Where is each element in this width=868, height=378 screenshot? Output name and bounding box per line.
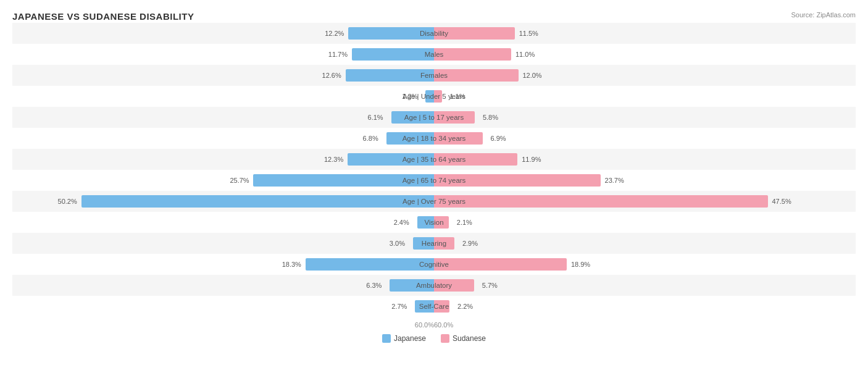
axis-right-label: 60.0% bbox=[434, 321, 453, 329]
left-value: 6.1% bbox=[368, 114, 383, 121]
bar-left-section: 6.3% bbox=[12, 275, 434, 296]
bar-row: 12.2%11.5%Disability bbox=[12, 23, 856, 44]
legend-japanese: Japanese bbox=[382, 334, 426, 343]
bar-right-section: 2.1% bbox=[434, 212, 856, 233]
right-value: 47.5% bbox=[772, 198, 791, 205]
bar-right-section: 1.1% bbox=[434, 86, 856, 107]
right-bar: 2.1% bbox=[434, 216, 449, 229]
bar-row: 12.6%12.0%Females bbox=[12, 65, 856, 86]
bar-left-section: 18.3% bbox=[12, 254, 434, 275]
left-bar: 12.6% bbox=[346, 69, 434, 82]
legend-sudanese-label: Sudanese bbox=[453, 334, 486, 343]
left-value: 2.4% bbox=[394, 219, 409, 226]
left-bar: 1.2% bbox=[425, 90, 434, 103]
left-bar: 50.2% bbox=[81, 195, 434, 208]
right-bar: 23.7% bbox=[434, 174, 601, 187]
bar-row: 18.3%18.9%Cognitive bbox=[12, 254, 856, 275]
bar-row: 3.0%2.9%Hearing bbox=[12, 233, 856, 254]
bar-row: 2.7%2.2%Self-Care bbox=[12, 296, 856, 317]
left-bar: 18.3% bbox=[306, 258, 434, 271]
bar-row: 12.3%11.9%Age | 35 to 64 years bbox=[12, 149, 856, 170]
bar-row: 50.2%47.5%Age | Over 75 years bbox=[12, 191, 856, 212]
right-value: 12.0% bbox=[522, 72, 541, 79]
right-value: 2.2% bbox=[457, 303, 473, 310]
bar-left-section: 2.4% bbox=[12, 212, 434, 233]
right-value: 11.5% bbox=[519, 30, 538, 37]
bar-right-section: 5.7% bbox=[434, 275, 856, 296]
left-value: 6.3% bbox=[366, 282, 382, 289]
bar-row: 6.8%6.9%Age | 18 to 34 years bbox=[12, 128, 856, 149]
bar-left-section: 12.6% bbox=[12, 65, 434, 86]
left-value: 12.2% bbox=[325, 30, 344, 37]
bar-right-section: 11.5% bbox=[434, 23, 856, 44]
bar-right-section: 47.5% bbox=[434, 191, 856, 212]
right-bar: 11.9% bbox=[434, 153, 517, 166]
right-value: 11.0% bbox=[515, 51, 535, 58]
bar-right-section: 18.9% bbox=[434, 254, 856, 275]
bar-left-section: 2.7% bbox=[12, 296, 434, 317]
left-value: 6.8% bbox=[363, 135, 378, 142]
bar-right-section: 11.0% bbox=[434, 44, 856, 65]
bar-right-section: 11.9% bbox=[434, 149, 856, 170]
left-bar: 11.7% bbox=[352, 48, 434, 61]
right-value: 2.9% bbox=[462, 240, 478, 247]
right-value: 6.9% bbox=[490, 135, 506, 142]
right-bar: 12.0% bbox=[434, 69, 519, 82]
bar-left-section: 6.1% bbox=[12, 107, 434, 128]
left-bar: 3.0% bbox=[413, 237, 434, 250]
bar-left-section: 6.8% bbox=[12, 128, 434, 149]
axis-row: 60.0% 60.0% bbox=[12, 318, 856, 332]
left-bar: 12.3% bbox=[348, 153, 434, 166]
legend-japanese-box bbox=[382, 334, 391, 343]
right-value: 23.7% bbox=[605, 177, 624, 184]
chart-title: JAPANESE VS SUDANESE DISABILITY bbox=[12, 11, 194, 22]
right-bar: 2.9% bbox=[434, 237, 454, 250]
right-bar: 11.5% bbox=[434, 27, 515, 40]
right-bar: 6.9% bbox=[434, 132, 483, 145]
right-value: 1.1% bbox=[449, 93, 465, 100]
left-value: 50.2% bbox=[58, 198, 77, 205]
left-value: 12.3% bbox=[324, 156, 343, 163]
left-bar: 2.7% bbox=[415, 300, 434, 313]
left-bar: 6.3% bbox=[390, 279, 434, 292]
right-bar: 5.8% bbox=[434, 111, 475, 124]
bar-left-section: 1.2% bbox=[12, 86, 434, 107]
bar-row: 11.7%11.0%Males bbox=[12, 44, 856, 65]
right-bar: 11.0% bbox=[434, 48, 511, 61]
legend: Japanese Sudanese bbox=[12, 334, 856, 343]
axis-left-label: 60.0% bbox=[415, 321, 434, 329]
right-value: 2.1% bbox=[457, 219, 472, 226]
bar-row: 2.4%2.1%Vision bbox=[12, 212, 856, 233]
left-bar: 2.4% bbox=[417, 216, 434, 229]
left-value: 25.7% bbox=[230, 177, 249, 184]
bar-right-section: 6.9% bbox=[434, 128, 856, 149]
chart-container: JAPANESE VS SUDANESE DISABILITY Source: … bbox=[0, 0, 868, 349]
bar-left-section: 50.2% bbox=[12, 191, 434, 212]
bar-right-section: 23.7% bbox=[434, 170, 856, 191]
bars-area: 12.2%11.5%Disability11.7%11.0%Males12.6%… bbox=[12, 23, 856, 317]
bar-right-section: 2.9% bbox=[434, 233, 856, 254]
right-value: 5.8% bbox=[483, 114, 498, 121]
right-value: 18.9% bbox=[571, 261, 590, 268]
left-value: 18.3% bbox=[282, 261, 301, 268]
right-bar: 1.1% bbox=[434, 90, 442, 103]
bar-left-section: 3.0% bbox=[12, 233, 434, 254]
left-value: 1.2% bbox=[402, 93, 417, 100]
bar-row: 25.7%23.7%Age | 65 to 74 years bbox=[12, 170, 856, 191]
left-value: 2.7% bbox=[391, 303, 407, 310]
bar-row: 6.3%5.7%Ambulatory bbox=[12, 275, 856, 296]
right-bar: 18.9% bbox=[434, 258, 567, 271]
bar-left-section: 11.7% bbox=[12, 44, 434, 65]
right-bar: 2.2% bbox=[434, 300, 449, 313]
left-bar: 25.7% bbox=[253, 174, 434, 187]
bar-left-section: 12.3% bbox=[12, 149, 434, 170]
right-value: 5.7% bbox=[482, 282, 498, 289]
bar-right-section: 2.2% bbox=[434, 296, 856, 317]
legend-japanese-label: Japanese bbox=[394, 334, 426, 343]
right-bar: 5.7% bbox=[434, 279, 474, 292]
bar-row: 1.2%1.1%Age | Under 5 years bbox=[12, 86, 856, 107]
right-bar: 47.5% bbox=[434, 195, 768, 208]
left-value: 3.0% bbox=[390, 240, 405, 247]
bar-left-section: 12.2% bbox=[12, 23, 434, 44]
legend-sudanese-box bbox=[441, 334, 449, 343]
